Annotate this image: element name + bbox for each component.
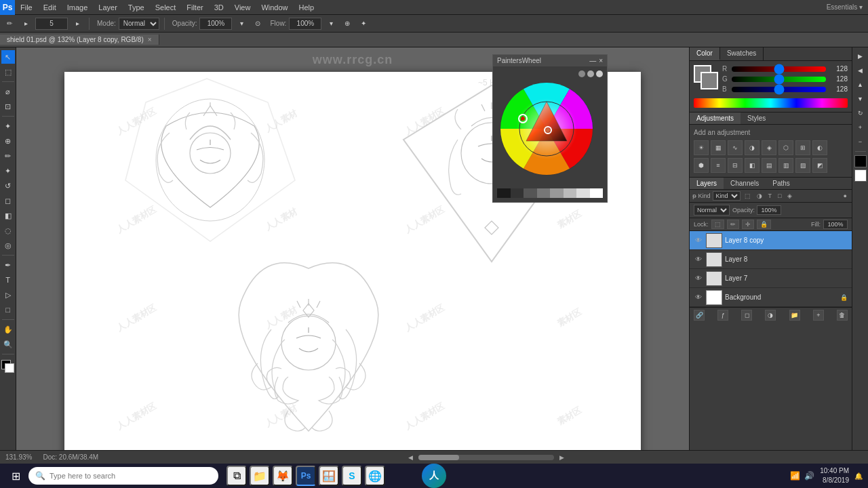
adjustments-tab[interactable]: Adjustments [690, 113, 741, 124]
pw-swatch-3[interactable] [524, 188, 537, 198]
color-selector[interactable] [1, 360, 15, 373]
adj-threshold[interactable]: ▥ [778, 158, 793, 173]
blue-slider[interactable] [732, 87, 826, 92]
adj-curves[interactable]: ∿ [728, 140, 743, 155]
eraser-tool[interactable]: ◻ [1, 194, 15, 207]
layer-vis-3[interactable]: 👁 [694, 293, 703, 302]
taskbar-skype[interactable]: S [342, 466, 362, 486]
taskbar-search-box[interactable]: 🔍 [28, 467, 218, 485]
rs-foreground[interactable] [854, 155, 867, 167]
layer-delete-btn[interactable]: 🗑 [837, 310, 848, 321]
move-tool[interactable]: ↖ [1, 50, 15, 64]
pw-minimize-btn[interactable]: — [589, 57, 596, 64]
layer-filter-adj[interactable]: ◑ [755, 192, 764, 200]
shape-tool[interactable]: □ [1, 303, 15, 317]
pw-close-btn[interactable]: × [599, 57, 603, 64]
layer-item-1[interactable]: 👁 Layer 8 [690, 250, 852, 269]
adj-invert[interactable]: ◧ [745, 158, 760, 173]
color-tab[interactable]: Color [690, 47, 720, 60]
layer-item-2[interactable]: 👁 Layer 7 [690, 269, 852, 288]
brush-tool-btn[interactable]: ✏ [3, 17, 16, 30]
lock-transparent[interactable]: ⬚ [711, 220, 724, 229]
menu-3d[interactable]: 3D [209, 2, 229, 13]
taskbar-photoshop[interactable]: Ps [296, 466, 316, 486]
taskbar-task-view[interactable]: ⧉ [226, 466, 247, 486]
fg-bg-colors[interactable] [694, 65, 718, 89]
lock-position[interactable]: ✛ [742, 220, 754, 229]
blur-tool[interactable]: ◌ [1, 224, 15, 237]
pw-swatch-2[interactable] [511, 188, 524, 198]
taskbar-windows-store[interactable]: 🪟 [319, 466, 339, 486]
lock-image[interactable]: ✏ [727, 220, 739, 229]
layer-filter-shape[interactable]: □ [776, 192, 783, 200]
doc-tab-close[interactable]: × [148, 36, 152, 43]
layer-mask-btn[interactable]: ◻ [741, 310, 752, 321]
opacity-arrow[interactable]: ▾ [235, 17, 248, 30]
opacity-input[interactable] [199, 18, 232, 30]
layers-tab[interactable]: Layers [690, 178, 724, 189]
layer-filter-pixel[interactable]: ⬚ [743, 192, 753, 200]
menu-help[interactable]: Help [294, 2, 320, 13]
pw-dot2[interactable] [587, 70, 594, 77]
menu-type[interactable]: Type [123, 2, 150, 13]
layer-item-3[interactable]: 👁 Background 🔒 [690, 288, 852, 307]
layer-effect-btn[interactable]: ƒ [717, 310, 728, 321]
hand-tool[interactable]: ✋ [1, 323, 15, 336]
adj-photofil[interactable]: ⬢ [694, 158, 709, 173]
doc-tab-item[interactable]: shield 01.psd @ 132% (Layer 8 copy, RGB/… [0, 35, 159, 45]
styles-tab[interactable]: Styles [741, 113, 772, 124]
tool-size-inc[interactable]: ▸ [71, 17, 84, 30]
timeline-scrollbar[interactable] [418, 455, 554, 460]
pw-swatch-1[interactable] [497, 188, 511, 198]
layer-adjustment-btn[interactable]: ◑ [765, 310, 776, 321]
adj-levels[interactable]: ▦ [711, 140, 726, 155]
pen-tool[interactable]: ✒ [1, 258, 15, 272]
layer-blend-select[interactable]: Normal Multiply [694, 205, 730, 216]
taskbar-browser[interactable]: 🌐 [365, 466, 385, 486]
layer-vis-0[interactable]: 👁 [694, 236, 703, 245]
adj-colorbalance[interactable]: ⊞ [795, 140, 810, 155]
layer-filter-type[interactable]: T [766, 192, 774, 200]
windows-start-button[interactable]: ⊞ [5, 466, 26, 486]
notification-icon[interactable]: 🔔 [854, 472, 863, 480]
path-tool[interactable]: ▷ [1, 288, 15, 302]
pw-dot1[interactable] [578, 70, 585, 77]
adj-exposure[interactable]: ◑ [745, 140, 760, 155]
adj-gradient[interactable]: ▨ [795, 158, 810, 173]
canvas-area[interactable]: www.rrcg.cn 人人素材区 人人素材 人人素材区 素材区 人人素材区 人… [16, 47, 689, 450]
red-slider[interactable] [732, 66, 826, 72]
pw-swatch-8[interactable] [590, 188, 604, 198]
brush-size-input[interactable] [35, 18, 68, 30]
layer-item-0[interactable]: 👁 Layer 8 copy [690, 231, 852, 250]
stylus-btn2[interactable]: ✦ [357, 17, 370, 30]
pw-swatch-5[interactable] [550, 188, 564, 198]
channels-tab[interactable]: Channels [724, 178, 766, 189]
stylus-btn1[interactable]: ⊕ [340, 17, 354, 30]
timeline-scroll-left[interactable]: ◀ [408, 454, 413, 461]
rs-btn-3[interactable]: ▲ [854, 79, 867, 91]
rs-btn-2[interactable]: ◀ [854, 64, 867, 77]
layer-kind-select[interactable]: Kind [713, 191, 741, 201]
airbrush-toggle[interactable]: ⊙ [251, 17, 264, 30]
background-color[interactable] [701, 72, 718, 89]
menu-window[interactable]: Window [256, 2, 293, 13]
menu-edit[interactable]: Edit [38, 2, 62, 13]
rs-btn-1[interactable]: ▶ [854, 50, 867, 62]
crop-tool[interactable]: ⊡ [1, 100, 15, 113]
flow-input[interactable] [289, 18, 321, 30]
adj-brightness[interactable]: ☀ [694, 140, 709, 155]
menu-filter[interactable]: Filter [181, 2, 208, 13]
type-tool[interactable]: T [1, 273, 15, 287]
layer-link-btn[interactable]: 🔗 [694, 310, 705, 321]
layer-filter-toggle[interactable]: ● [842, 192, 849, 200]
layer-vis-2[interactable]: 👁 [694, 274, 703, 283]
color-wheel-svg[interactable] [499, 81, 594, 176]
layer-folder-btn[interactable]: 📁 [789, 310, 800, 321]
adj-vibrance[interactable]: ◈ [762, 140, 776, 155]
layer-filter-smart[interactable]: ◈ [785, 192, 794, 200]
network-icon[interactable]: 📶 [790, 471, 800, 481]
menu-layer[interactable]: Layer [93, 2, 123, 13]
fill-input[interactable] [823, 220, 848, 229]
dodge-tool[interactable]: ◎ [1, 239, 15, 252]
green-slider[interactable] [732, 77, 826, 82]
